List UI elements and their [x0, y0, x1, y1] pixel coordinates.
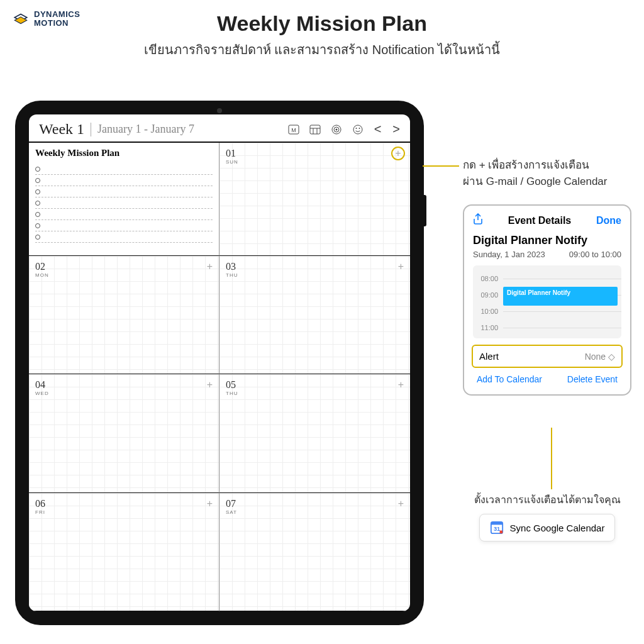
event-time: 09:00 to 10:00 [569, 250, 621, 259]
day-cell-sat[interactable]: 07 SAT + [219, 493, 410, 611]
event-date: Sunday, 1 Jan 2023 [473, 250, 545, 259]
day-cell-tue[interactable]: 03 THU + [219, 256, 410, 374]
day-number: 05 [226, 379, 404, 391]
delete-event-button[interactable]: Delete Event [567, 374, 618, 384]
add-to-calendar-button[interactable]: Add To Calendar [477, 374, 542, 384]
alert-callout: ตั้งเวลาการแจ้งเตือนได้ตามใจคุณ [463, 492, 631, 508]
svg-rect-2 [310, 125, 320, 134]
day-cell-sun[interactable]: 01 SUN + [219, 143, 410, 256]
month-view-icon[interactable]: M [287, 123, 300, 136]
mission-item[interactable] [35, 197, 213, 209]
smile-icon[interactable] [352, 123, 364, 136]
mission-item[interactable] [35, 220, 213, 231]
weekly-mission-panel: Weekly Mission Plan [29, 143, 219, 256]
brand-line2: MOTION [34, 19, 80, 28]
share-icon[interactable] [473, 213, 483, 228]
week-label: Week 1 [39, 121, 84, 138]
callout-line: ผ่าน G-mail / Google Calendar [463, 174, 631, 190]
sync-google-calendar-button[interactable]: 31 Sync Google Calendar [479, 514, 616, 541]
date-range: January 1 - January 7 [97, 123, 194, 136]
done-button[interactable]: Done [596, 215, 621, 226]
mission-list[interactable] [35, 164, 213, 243]
add-event-button[interactable]: + [398, 261, 404, 272]
day-number: 06 [35, 498, 213, 509]
day-label: SAT [226, 509, 404, 515]
add-event-button[interactable]: + [207, 498, 213, 509]
callout-connector [551, 428, 552, 489]
event-block[interactable]: Digital Planner Notify [503, 287, 618, 306]
brand-line1: DYNAMICS [34, 10, 80, 19]
day-label: MON [35, 272, 213, 278]
mission-item[interactable] [35, 186, 213, 197]
hour-label: 09:00 [473, 291, 503, 299]
page-subtitle: เขียนภารกิจรายสัปดาห์ และสามารถสร้าง Not… [102, 40, 542, 60]
google-calendar-icon: 31 [490, 521, 504, 535]
day-label: THU [226, 272, 404, 278]
divider [91, 123, 91, 136]
mission-heading: Weekly Mission Plan [35, 148, 213, 158]
day-cell-mon[interactable]: 02 MON + [29, 256, 219, 374]
next-week[interactable]: > [391, 122, 401, 136]
day-cell-thu[interactable]: 05 THU + [219, 374, 410, 492]
svg-rect-13 [491, 522, 502, 525]
callout-line: กด + เพื่อสร้างการแจ้งเตือน [463, 157, 631, 174]
day-label: SUN [226, 159, 404, 165]
add-event-button[interactable]: + [207, 379, 213, 391]
week-grid: Weekly Mission Plan 01 SUN + 02 MON + 03… [29, 143, 410, 611]
panel-title: Event Details [508, 215, 571, 226]
svg-point-11 [358, 128, 360, 129]
planner-screen: Week 1 January 1 - January 7 M < > Weekl… [29, 114, 410, 611]
planner-topbar: Week 1 January 1 - January 7 M < > [29, 114, 410, 143]
add-event-button[interactable]: + [398, 498, 404, 509]
sync-label: Sync Google Calendar [510, 523, 605, 533]
add-event-button[interactable]: + [398, 379, 404, 391]
tablet-frame: Week 1 January 1 - January 7 M < > Weekl… [15, 101, 424, 625]
svg-point-10 [355, 128, 357, 129]
prev-week[interactable]: < [373, 122, 383, 136]
brand-logo: DYNAMICSMOTION [13, 10, 80, 28]
day-number: 03 [226, 261, 404, 272]
mission-item[interactable] [35, 231, 213, 243]
day-cell-fri[interactable]: 06 FRI + [29, 493, 219, 611]
hour-label: 10:00 [473, 308, 503, 315]
svg-point-8 [335, 128, 337, 130]
alert-value: None ◇ [585, 352, 615, 362]
svg-text:31: 31 [493, 526, 499, 532]
plus-callout: กด + เพื่อสร้างการแจ้งเตือน ผ่าน G-mail … [463, 157, 631, 189]
hour-label: 11:00 [473, 324, 503, 331]
svg-text:M: M [291, 127, 296, 133]
target-icon[interactable] [330, 123, 343, 136]
day-label: FRI [35, 509, 213, 515]
logo-icon [13, 11, 29, 27]
svg-rect-14 [499, 531, 502, 534]
add-event-button[interactable]: + [391, 147, 405, 160]
day-number: 07 [226, 498, 404, 509]
day-number: 01 [226, 148, 404, 159]
day-label: WED [35, 391, 213, 396]
mission-item[interactable] [35, 164, 213, 175]
hour-label: 08:00 [473, 275, 503, 282]
day-timeline[interactable]: 08:00 09:00 10:00 11:00 Digital Planner … [473, 265, 621, 338]
svg-point-9 [353, 125, 362, 134]
calendar-grid-icon[interactable] [309, 123, 321, 136]
day-cell-wed[interactable]: 04 WED + [29, 374, 219, 492]
day-label: THU [226, 391, 404, 396]
callout-connector [423, 165, 459, 167]
mission-item[interactable] [35, 175, 213, 186]
day-number: 04 [35, 379, 213, 391]
event-details-panel: Event Details Done Digital Planner Notif… [463, 204, 631, 396]
page-title: Weekly Mission Plan [102, 11, 542, 36]
alert-row[interactable]: Alert None ◇ [472, 345, 623, 368]
alert-label: Alert [479, 351, 499, 362]
day-number: 02 [35, 261, 213, 272]
add-event-button[interactable]: + [207, 261, 213, 272]
event-name: Digital Planner Notify [473, 234, 621, 247]
mission-item[interactable] [35, 209, 213, 220]
